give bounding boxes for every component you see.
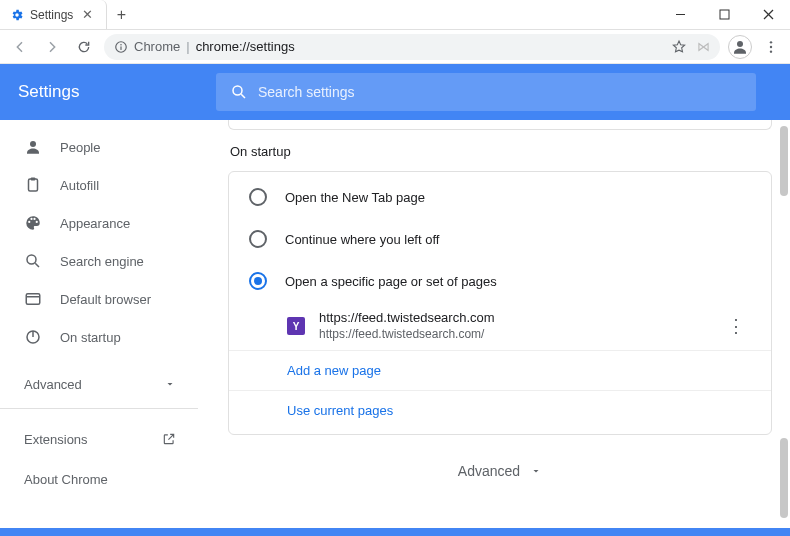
sidebar-item-search-engine[interactable]: Search engine xyxy=(0,242,198,280)
omnibox[interactable]: Chrome | chrome://settings ⋈ xyxy=(104,34,720,60)
sidebar-advanced-label: Advanced xyxy=(24,377,82,392)
page-title: Settings xyxy=(18,82,198,102)
sidebar-about[interactable]: About Chrome xyxy=(0,459,198,499)
power-icon xyxy=(24,328,42,346)
radio-label: Open a specific page or set of pages xyxy=(285,274,497,289)
sidebar-item-label: On startup xyxy=(60,330,121,345)
sidebar-item-on-startup[interactable]: On startup xyxy=(0,318,198,356)
person-icon xyxy=(24,138,42,156)
window-controls xyxy=(658,0,790,29)
section-title: On startup xyxy=(230,144,770,159)
close-tab-icon[interactable]: ✕ xyxy=(79,7,96,22)
svg-point-10 xyxy=(770,50,772,52)
palette-icon xyxy=(24,214,42,232)
radio-label: Open the New Tab page xyxy=(285,190,425,205)
window-footer-accent xyxy=(0,528,790,536)
window-titlebar: Settings ✕ + xyxy=(0,0,790,30)
main-content: On startup Open the New Tab page Continu… xyxy=(198,120,790,528)
scrollbar-thumb[interactable] xyxy=(780,438,788,518)
radio-icon[interactable] xyxy=(249,188,267,206)
svg-point-5 xyxy=(120,43,122,45)
bookmark-star-icon[interactable] xyxy=(671,39,687,55)
sidebar-advanced[interactable]: Advanced xyxy=(0,364,198,404)
sidebar-extensions-label: Extensions xyxy=(24,432,88,447)
gear-icon xyxy=(10,8,24,22)
forward-button[interactable] xyxy=(40,35,64,59)
menu-kebab-icon[interactable] xyxy=(760,36,782,58)
svg-point-11 xyxy=(233,86,242,95)
new-tab-button[interactable]: + xyxy=(107,0,135,29)
close-window-button[interactable] xyxy=(746,0,790,29)
previous-card-edge xyxy=(228,120,772,130)
sidebar-item-label: Autofill xyxy=(60,178,99,193)
sidebar-item-people[interactable]: People xyxy=(0,128,198,166)
svg-point-8 xyxy=(770,41,772,43)
address-path: chrome://settings xyxy=(196,39,295,54)
use-current-pages-link[interactable]: Use current pages xyxy=(229,390,771,430)
reload-button[interactable] xyxy=(72,35,96,59)
radio-icon[interactable] xyxy=(249,272,267,290)
radio-option-specific-pages[interactable]: Open a specific page or set of pages xyxy=(229,260,771,302)
svg-rect-6 xyxy=(120,46,121,50)
settings-header: Settings xyxy=(0,64,790,120)
sidebar-item-label: Default browser xyxy=(60,292,151,307)
page-favicon: Y xyxy=(287,317,305,335)
sidebar-item-appearance[interactable]: Appearance xyxy=(0,204,198,242)
profile-avatar[interactable] xyxy=(728,35,752,59)
search-icon xyxy=(24,252,42,270)
chevron-down-icon xyxy=(530,465,542,477)
sidebar-item-default-browser[interactable]: Default browser xyxy=(0,280,198,318)
advanced-label: Advanced xyxy=(458,463,520,479)
svg-point-7 xyxy=(737,41,743,47)
sidebar-extensions[interactable]: Extensions xyxy=(0,419,198,459)
sidebar-about-label: About Chrome xyxy=(24,472,108,487)
maximize-button[interactable] xyxy=(702,0,746,29)
svg-rect-15 xyxy=(31,178,36,181)
page-title-text: https://feed.twistedsearch.com xyxy=(319,310,495,327)
chevron-down-icon xyxy=(164,378,176,390)
site-info-icon[interactable] xyxy=(114,40,128,54)
add-page-link[interactable]: Add a new page xyxy=(229,350,771,390)
sidebar-item-autofill[interactable]: Autofill xyxy=(0,166,198,204)
sidebar-item-label: Appearance xyxy=(60,216,130,231)
browser-icon xyxy=(24,290,42,308)
search-icon xyxy=(230,83,248,101)
radio-icon[interactable] xyxy=(249,230,267,248)
radio-option-continue[interactable]: Continue where you left off xyxy=(229,218,771,260)
sidebar-item-label: People xyxy=(60,140,100,155)
address-bar: Chrome | chrome://settings ⋈ xyxy=(0,30,790,64)
sidebar-item-label: Search engine xyxy=(60,254,144,269)
svg-rect-18 xyxy=(26,294,40,305)
search-input[interactable] xyxy=(258,84,742,100)
svg-rect-1 xyxy=(720,10,729,19)
scrollbar-thumb[interactable] xyxy=(780,126,788,196)
radio-option-new-tab[interactable]: Open the New Tab page xyxy=(229,176,771,218)
minimize-button[interactable] xyxy=(658,0,702,29)
external-link-icon xyxy=(162,432,176,446)
back-button[interactable] xyxy=(8,35,32,59)
startup-card: Open the New Tab page Continue where you… xyxy=(228,171,772,435)
svg-line-12 xyxy=(241,94,245,98)
sidebar: People Autofill Appearance Search engine… xyxy=(0,120,198,528)
svg-line-17 xyxy=(35,263,39,267)
page-url-text: https://feed.twistedsearch.com/ xyxy=(319,327,495,343)
divider xyxy=(0,408,198,409)
startup-page-row: Y https://feed.twistedsearch.com https:/… xyxy=(229,302,771,350)
search-settings[interactable] xyxy=(216,73,756,111)
svg-rect-14 xyxy=(29,179,38,191)
clipboard-icon xyxy=(24,176,42,194)
svg-point-13 xyxy=(30,141,36,147)
address-host: Chrome xyxy=(134,39,180,54)
page-actions-kebab-icon[interactable]: ⋮ xyxy=(721,315,751,337)
browser-tab[interactable]: Settings ✕ xyxy=(0,0,107,29)
butterfly-icon[interactable]: ⋈ xyxy=(697,39,710,54)
radio-label: Continue where you left off xyxy=(285,232,439,247)
tab-title: Settings xyxy=(30,8,73,22)
svg-point-16 xyxy=(27,255,36,264)
advanced-expander[interactable]: Advanced xyxy=(228,463,772,479)
svg-point-9 xyxy=(770,45,772,47)
address-separator: | xyxy=(186,39,189,54)
